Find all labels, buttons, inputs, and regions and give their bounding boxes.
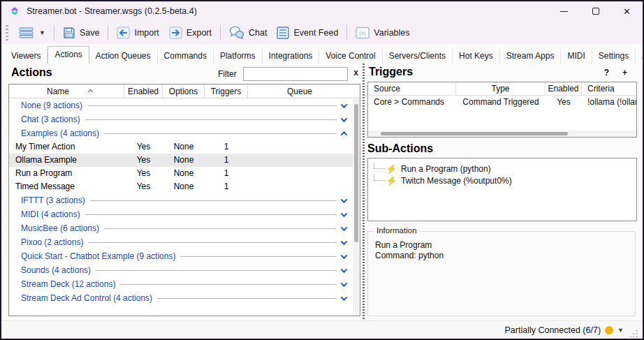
tab-commands[interactable]: Commands <box>158 49 214 64</box>
column-header-options[interactable]: Options <box>163 84 205 98</box>
chevron-down-icon[interactable] <box>341 224 348 231</box>
action-group-row[interactable]: IFTTT (3 actions) <box>9 193 353 207</box>
actions-vertical-scrollbar[interactable] <box>353 98 360 316</box>
chevron-down-icon[interactable] <box>341 101 348 108</box>
toolbar-grip[interactable] <box>6 25 8 40</box>
cell-triggers: 1 <box>205 154 248 167</box>
chat-bubbles-icon <box>229 26 244 39</box>
actions-table: Name Enabled Options Triggers Queue None… <box>8 84 360 316</box>
column-header-trigger-enabled[interactable]: Enabled <box>546 82 582 96</box>
action-group-row[interactable]: Stream Deck Ad Control (4 actions) <box>9 291 353 305</box>
triggers-horizontal-scrollbar[interactable] <box>368 131 636 137</box>
actions-panel-header: Actions Filter x <box>6 66 360 83</box>
group-label: None (9 actions) <box>21 101 82 110</box>
action-row[interactable]: My Timer ActionYesNone1 <box>9 140 353 154</box>
subaction-item[interactable]: ⚡Twitch Message (%output0%) <box>372 175 636 186</box>
title-bar: Streamer.bot - Streamer.wsgs (0.2.5-beta… <box>1 1 643 21</box>
chevron-down-icon[interactable] <box>341 238 348 245</box>
export-button[interactable]: Export <box>164 24 217 41</box>
close-button[interactable]: ✕ <box>611 1 643 21</box>
column-header-enabled[interactable]: Enabled <box>124 84 163 98</box>
group-divider-line <box>87 105 337 106</box>
status-dropdown-caret-icon[interactable]: ▼ <box>617 327 624 334</box>
toolbar: ▼ Save Import <box>1 21 643 44</box>
svg-text:(x): (x) <box>360 30 367 36</box>
scrollbar-thumb[interactable] <box>354 104 358 242</box>
variables-button[interactable]: (x) Variables <box>351 24 414 41</box>
subaction-label: Twitch Message (%output0%) <box>401 176 512 186</box>
event-feed-button[interactable]: Event Feed <box>272 24 343 41</box>
subaction-label: Run a Program (python) <box>401 164 491 174</box>
chat-button[interactable]: Chat <box>224 24 272 41</box>
action-group-row[interactable]: None (9 actions) <box>9 98 353 112</box>
actions-table-header: Name Enabled Options Triggers Queue <box>9 84 360 98</box>
tab-servers-clients[interactable]: Servers/Clients <box>383 49 453 64</box>
trigger-row[interactable]: Core > CommandsCommand TriggeredYes!olla… <box>368 96 636 108</box>
tab-settings[interactable]: Settings <box>592 49 636 64</box>
action-row[interactable]: Run a ProgramYesNone1 <box>9 167 353 180</box>
panel-splitter[interactable] <box>363 64 365 320</box>
action-group-row[interactable]: Chat (3 actions) <box>9 112 353 126</box>
tab-integrations[interactable]: Integrations <box>263 49 320 64</box>
cell-source: Core > Commands <box>368 96 456 108</box>
action-group-row[interactable]: Examples (4 actions) <box>9 126 353 140</box>
chevron-up-icon[interactable] <box>341 131 348 138</box>
action-group-row[interactable]: MIDI (4 actions) <box>9 207 353 221</box>
column-header-source[interactable]: Source <box>368 82 456 96</box>
action-group-row[interactable]: Sounds (4 actions) <box>9 263 353 277</box>
chevron-down-icon[interactable] <box>341 115 348 122</box>
lightning-bolt-icon: ⚡ <box>386 176 397 186</box>
event-feed-label: Event Feed <box>293 28 338 38</box>
tab-hot-keys[interactable]: Hot Keys <box>453 49 500 64</box>
maximize-button[interactable] <box>580 1 611 21</box>
column-header-triggers[interactable]: Triggers <box>205 84 248 98</box>
chevron-down-icon[interactable] <box>341 280 348 287</box>
chevron-down-icon[interactable] <box>341 196 348 203</box>
chevron-down-icon[interactable] <box>341 294 348 301</box>
resize-grip-icon[interactable] <box>629 330 638 339</box>
action-group-row[interactable]: Quick Start - Chatbot Example (9 actions… <box>9 249 353 263</box>
action-row[interactable]: Timed MessageYesNone1 <box>9 180 353 193</box>
toolbar-separator <box>54 25 54 40</box>
tab-actions[interactable]: Actions <box>47 46 89 64</box>
tab-stream-apps[interactable]: Stream Apps <box>500 49 562 64</box>
tab-about[interactable]: About <box>636 49 643 64</box>
action-group-row[interactable]: MusicBee (6 actions) <box>9 221 353 235</box>
save-button[interactable]: Save <box>58 24 105 41</box>
triggers-add-button[interactable]: + <box>622 68 627 77</box>
action-group-row[interactable]: Pixoo (2 actions) <box>9 235 353 249</box>
group-divider-line <box>120 284 337 285</box>
chevron-down-icon[interactable] <box>341 210 348 217</box>
export-label: Export <box>186 28 212 38</box>
chevron-down-icon[interactable] <box>341 266 348 273</box>
tab-action-queues[interactable]: Action Queues <box>89 49 158 64</box>
cell-enabled: Yes <box>124 140 163 154</box>
main-menu-button[interactable]: ▼ <box>14 25 50 40</box>
group-divider-line <box>90 200 337 201</box>
group-divider-line <box>180 256 337 257</box>
column-header-name[interactable]: Name <box>9 84 124 98</box>
triggers-table-header: Source Type Enabled Criteria <box>368 82 636 96</box>
filter-input[interactable] <box>243 67 348 81</box>
connection-status-dot-icon <box>605 326 613 334</box>
status-bar: Partially Connected (6/7) ▼ <box>1 320 643 339</box>
tab-midi[interactable]: MIDI <box>561 49 592 64</box>
minimize-button[interactable] <box>548 1 580 21</box>
tab-voice-control[interactable]: Voice Control <box>319 49 382 64</box>
scrollbar-thumb[interactable] <box>381 132 568 135</box>
column-header-criteria[interactable]: Criteria <box>582 82 637 96</box>
tab-platforms[interactable]: Platforms <box>214 49 263 64</box>
chevron-down-icon[interactable] <box>341 252 348 259</box>
filter-clear-button[interactable]: x <box>351 68 360 77</box>
triggers-help-button[interactable]: ? <box>604 68 609 77</box>
triggers-panel-title: Triggers <box>369 66 413 78</box>
tab-viewers[interactable]: Viewers <box>5 49 47 64</box>
action-group-row[interactable]: Stream Deck (12 actions) <box>9 277 353 291</box>
subaction-item[interactable]: ⚡Run a Program (python) <box>372 163 636 175</box>
import-button[interactable]: Import <box>112 24 163 41</box>
information-title: Information <box>374 226 420 235</box>
group-label: MIDI (4 actions) <box>21 209 80 219</box>
action-row[interactable]: Ollama ExampleYesNone1 <box>9 154 353 167</box>
column-header-type[interactable]: Type <box>456 82 546 96</box>
column-header-queue[interactable]: Queue <box>248 84 351 98</box>
